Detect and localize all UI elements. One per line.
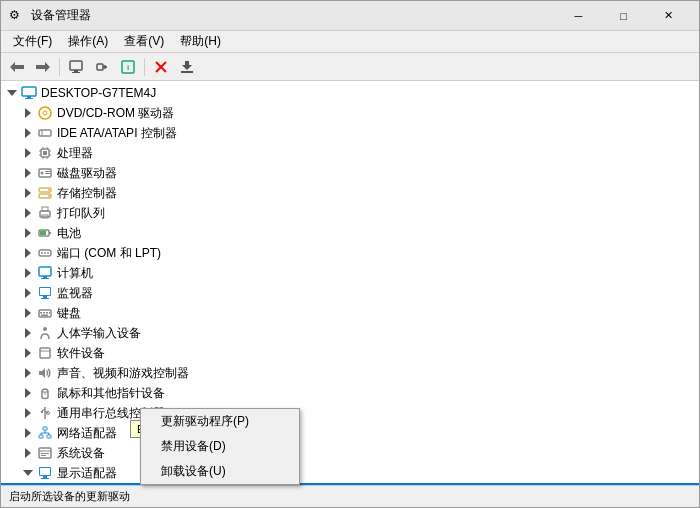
svg-rect-2 bbox=[70, 61, 82, 70]
svg-rect-60 bbox=[49, 312, 50, 314]
svg-rect-58 bbox=[43, 312, 45, 314]
item-label: IDE ATA/ATAPI 控制器 bbox=[57, 125, 177, 142]
toolbar-monitor-button[interactable] bbox=[64, 56, 88, 78]
list-item[interactable]: 系统设备 bbox=[1, 443, 699, 463]
system-icon bbox=[37, 445, 53, 461]
computer-icon bbox=[21, 85, 37, 101]
menu-action[interactable]: 操作(A) bbox=[60, 31, 116, 52]
list-item[interactable]: 显示适配器 bbox=[1, 463, 699, 483]
expand-icon[interactable] bbox=[21, 385, 37, 401]
expand-icon[interactable] bbox=[21, 185, 37, 201]
list-item[interactable]: 磁盘驱动器 bbox=[1, 163, 699, 183]
minimize-button[interactable]: ─ bbox=[556, 1, 601, 31]
svg-point-46 bbox=[41, 252, 43, 254]
title-bar: ⚙ 设备管理器 ─ □ ✕ bbox=[1, 1, 699, 31]
toolbar-properties-button[interactable]: i bbox=[116, 56, 140, 78]
item-label: 处理器 bbox=[57, 145, 93, 162]
list-item[interactable]: 存储控制器 bbox=[1, 183, 699, 203]
expand-icon[interactable] bbox=[21, 265, 37, 281]
list-item[interactable]: 电池 bbox=[1, 223, 699, 243]
toolbar-back-button[interactable] bbox=[5, 56, 29, 78]
menu-file[interactable]: 文件(F) bbox=[5, 31, 60, 52]
svg-rect-14 bbox=[22, 87, 36, 96]
mouse-icon bbox=[37, 385, 53, 401]
svg-rect-43 bbox=[49, 232, 51, 234]
expand-icon[interactable] bbox=[21, 325, 37, 341]
list-item[interactable]: 端口 (COM 和 LPT) bbox=[1, 243, 699, 263]
expand-icon[interactable] bbox=[21, 205, 37, 221]
expand-icon[interactable] bbox=[21, 105, 37, 121]
context-menu-disable-device[interactable]: 禁用设备(D) bbox=[141, 434, 299, 459]
root-expand-icon[interactable] bbox=[5, 85, 21, 101]
list-item[interactable]: 键盘 bbox=[1, 303, 699, 323]
list-item[interactable]: 处理器 bbox=[1, 143, 699, 163]
menu-view[interactable]: 查看(V) bbox=[116, 31, 172, 52]
svg-rect-74 bbox=[39, 435, 43, 438]
expand-icon[interactable] bbox=[21, 405, 37, 421]
menu-bar: 文件(F) 操作(A) 查看(V) 帮助(H) bbox=[1, 31, 699, 53]
list-item[interactable]: 打印队列 bbox=[1, 203, 699, 223]
expand-icon[interactable] bbox=[21, 445, 37, 461]
svg-point-62 bbox=[43, 327, 47, 331]
list-item[interactable]: 软件设备 bbox=[1, 343, 699, 363]
expand-icon[interactable] bbox=[21, 165, 37, 181]
svg-rect-85 bbox=[40, 468, 50, 475]
svg-rect-63 bbox=[40, 348, 50, 358]
window-title: 设备管理器 bbox=[31, 7, 91, 24]
usb-icon bbox=[37, 405, 53, 421]
device-tree[interactable]: DESKTOP-G7TEM4J DVD/CD-ROM 驱动器 IDE ATA/A… bbox=[1, 81, 699, 485]
list-item[interactable]: 声音、视频和游戏控制器 bbox=[1, 363, 699, 383]
item-label: DVD/CD-ROM 驱动器 bbox=[57, 105, 174, 122]
item-label: 端口 (COM 和 LPT) bbox=[57, 245, 161, 262]
maximize-button[interactable]: □ bbox=[601, 1, 646, 31]
item-label: 显示适配器 bbox=[57, 465, 117, 482]
hid-icon bbox=[37, 325, 53, 341]
toolbar-remove-button[interactable] bbox=[149, 56, 173, 78]
expand-icon[interactable] bbox=[21, 305, 37, 321]
expand-icon[interactable] bbox=[21, 125, 37, 141]
toolbar-sep-2 bbox=[144, 58, 145, 76]
content-area: DESKTOP-G7TEM4J DVD/CD-ROM 驱动器 IDE ATA/A… bbox=[1, 81, 699, 485]
list-item[interactable]: 计算机 bbox=[1, 263, 699, 283]
display-adapter-icon bbox=[37, 465, 53, 481]
context-menu-uninstall-device[interactable]: 卸载设备(U) bbox=[141, 459, 299, 484]
root-label: DESKTOP-G7TEM4J bbox=[41, 86, 156, 100]
list-item[interactable]: IDE ATA/ATAPI 控制器 bbox=[1, 123, 699, 143]
item-label: 鼠标和其他指针设备 bbox=[57, 385, 165, 402]
expand-icon[interactable] bbox=[21, 345, 37, 361]
expand-icon[interactable] bbox=[21, 425, 37, 441]
list-item[interactable]: DVD/CD-ROM 驱动器 bbox=[1, 103, 699, 123]
item-label: 磁盘驱动器 bbox=[57, 165, 117, 182]
svg-rect-54 bbox=[43, 296, 47, 298]
list-item[interactable]: 网络适配器 bbox=[1, 423, 699, 443]
status-text: 启动所选设备的更新驱动 bbox=[9, 489, 130, 504]
svg-rect-57 bbox=[40, 312, 42, 314]
list-item[interactable]: 人体学输入设备 bbox=[1, 323, 699, 343]
toolbar-plugin-button[interactable] bbox=[90, 56, 114, 78]
item-label: 人体学输入设备 bbox=[57, 325, 141, 342]
software-icon bbox=[37, 345, 53, 361]
expand-icon[interactable] bbox=[21, 145, 37, 161]
expand-icon[interactable] bbox=[21, 285, 37, 301]
sound-icon bbox=[37, 365, 53, 381]
status-bar: 启动所选设备的更新驱动 bbox=[1, 485, 699, 507]
tree-root[interactable]: DESKTOP-G7TEM4J bbox=[1, 83, 699, 103]
list-item[interactable]: 监视器 bbox=[1, 283, 699, 303]
keyboard-icon bbox=[37, 305, 53, 321]
network-icon bbox=[37, 425, 53, 441]
expand-icon[interactable] bbox=[21, 465, 37, 481]
list-item[interactable]: 通用串行总线控制器 bbox=[1, 403, 699, 423]
toolbar-download-button[interactable] bbox=[175, 56, 199, 78]
title-buttons: ─ □ ✕ bbox=[556, 1, 691, 31]
battery-icon bbox=[37, 225, 53, 241]
toolbar-forward-button[interactable] bbox=[31, 56, 55, 78]
context-menu-update-driver[interactable]: 更新驱动程序(P) bbox=[141, 409, 299, 434]
close-button[interactable]: ✕ bbox=[646, 1, 691, 31]
expand-icon[interactable] bbox=[21, 245, 37, 261]
list-item[interactable]: 鼠标和其他指针设备 bbox=[1, 383, 699, 403]
expand-icon[interactable] bbox=[21, 225, 37, 241]
svg-text:i: i bbox=[127, 63, 129, 72]
expand-icon[interactable] bbox=[21, 365, 37, 381]
menu-help[interactable]: 帮助(H) bbox=[172, 31, 229, 52]
item-label: 监视器 bbox=[57, 285, 93, 302]
